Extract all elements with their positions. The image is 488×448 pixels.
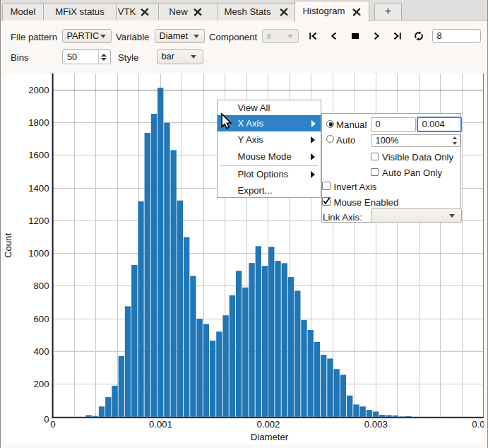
svg-text:Diameter: Diameter (251, 432, 289, 442)
svg-text:1200: 1200 (28, 216, 49, 226)
svg-text:0: 0 (44, 414, 49, 425)
svg-text:0.001: 0.001 (149, 419, 172, 430)
svg-text:1600: 1600 (28, 150, 49, 160)
svg-text:0.003: 0.003 (364, 419, 388, 430)
svg-text:0.002: 0.002 (256, 419, 280, 430)
svg-text:2000: 2000 (28, 85, 49, 95)
svg-text:1400: 1400 (28, 183, 49, 194)
svg-text:200: 200 (33, 379, 49, 389)
svg-text:400: 400 (33, 346, 49, 357)
svg-text:Count: Count (3, 233, 13, 259)
svg-text:600: 600 (33, 314, 49, 324)
svg-text:0: 0 (50, 419, 55, 430)
svg-text:1800: 1800 (28, 117, 49, 128)
svg-text:1000: 1000 (28, 248, 49, 259)
svg-text:800: 800 (33, 281, 49, 291)
